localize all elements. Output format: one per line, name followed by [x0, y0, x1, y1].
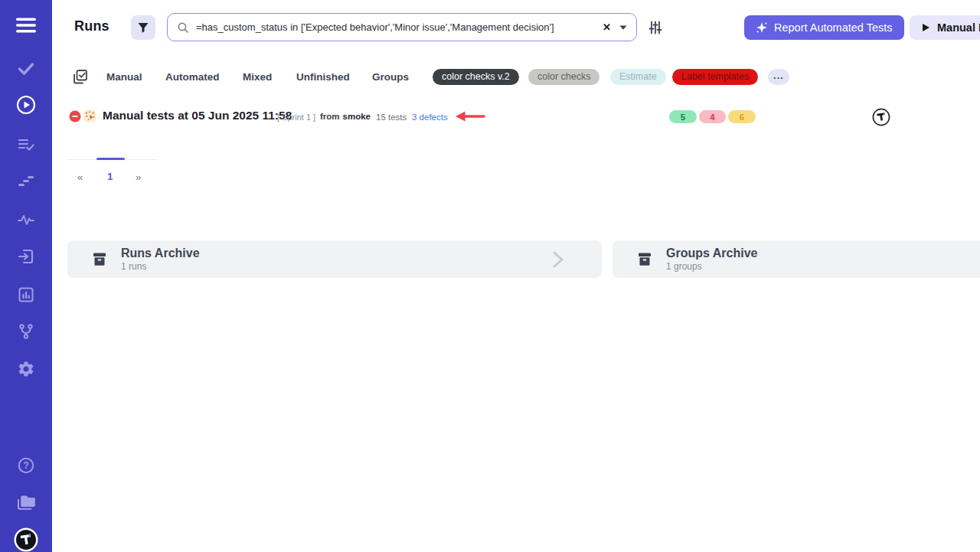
select-all-icon[interactable] [71, 68, 89, 86]
groups-archive-count: 1 groups [666, 261, 757, 272]
pagination-page-1[interactable]: 1 [107, 171, 113, 182]
tag-label-templates[interactable]: Label templates [672, 69, 758, 85]
run-from-label: from [320, 112, 340, 121]
tab-automated[interactable]: Automated [165, 71, 220, 83]
annotation-arrow-icon [454, 109, 486, 126]
run-tests-count: 15 tests [376, 113, 407, 122]
branch-icon[interactable] [0, 322, 52, 341]
report-button-label: Report Automated Tests [774, 21, 893, 34]
help-icon[interactable]: ? [0, 456, 52, 475]
stairs-icon[interactable] [0, 171, 52, 189]
sidebar: ? [0, 0, 52, 552]
groups-archive-title: Groups Archive [666, 247, 757, 260]
failed-count-badge: 4 [699, 110, 726, 123]
passed-count-badge: 5 [669, 110, 697, 123]
svg-text:?: ? [23, 460, 29, 471]
pagination-first-button[interactable]: « [77, 171, 83, 183]
page-title: Runs [74, 18, 109, 34]
pager-active-indicator [96, 158, 125, 160]
more-tags-button[interactable]: ... [768, 69, 789, 85]
tab-mixed[interactable]: Mixed [243, 71, 272, 83]
runs-archive-count: 1 runs [121, 261, 200, 272]
app-logo[interactable] [0, 528, 52, 552]
pagination-last-button[interactable]: » [136, 171, 141, 183]
groups-archive-card[interactable]: Groups Archive 1 groups [612, 240, 980, 278]
tag-color-checks-v2[interactable]: color checks v.2 [433, 69, 519, 85]
chevron-right-icon[interactable] [553, 251, 564, 271]
tag-estimate[interactable]: Estimate [610, 69, 666, 85]
archive-box-icon [635, 250, 654, 269]
play-circle-icon[interactable] [0, 95, 52, 115]
filter-funnel-icon [137, 21, 149, 34]
filter-button[interactable] [131, 15, 155, 40]
folders-icon[interactable] [0, 494, 52, 511]
activity-pulse-icon[interactable] [0, 211, 52, 230]
hamburger-menu-icon[interactable] [0, 18, 52, 33]
tab-groups[interactable]: Groups [372, 71, 409, 83]
tab-manual[interactable]: Manual [106, 71, 142, 83]
manual-run-button[interactable]: Manual R [910, 15, 980, 40]
search-input[interactable]: =has_custom_status in ['Expected behavio… [167, 13, 637, 41]
archive-box-icon [90, 250, 109, 269]
run-defects-link[interactable]: 3 defects [412, 113, 448, 122]
search-query-post: ','Minor issue','Management decision'] [388, 21, 554, 33]
clear-search-button[interactable]: ✕ [601, 21, 612, 33]
search-icon [177, 21, 189, 34]
sign-in-icon[interactable] [0, 247, 52, 266]
tag-color-checks[interactable]: color checks [528, 69, 599, 85]
search-query-misspelled: behavior [350, 21, 388, 33]
search-query-pre: =has_custom_status in ['Expected [196, 21, 350, 33]
search-query-text: =has_custom_status in ['Expected behavio… [196, 21, 594, 33]
gear-icon[interactable] [0, 360, 52, 378]
check-icon[interactable] [0, 59, 52, 77]
bar-chart-icon[interactable] [0, 286, 52, 304]
run-title-link[interactable]: Manual tests at 05 Jun 2025 11:58 [103, 109, 292, 122]
search-settings-icon[interactable] [645, 19, 665, 36]
run-emoji-icon [83, 109, 96, 126]
run-source: fromsmoke [320, 112, 371, 121]
app-window: ? Runs =has_custom_status in ['Expected … [0, 0, 980, 552]
list-check-icon[interactable] [0, 136, 52, 154]
sparkle-icon [756, 21, 768, 34]
run-from-plan: smoke [343, 112, 371, 121]
runs-archive-title: Runs Archive [121, 247, 200, 260]
play-icon [922, 23, 930, 32]
run-sprint-tag: [ Sprint 1 ] [277, 113, 315, 122]
run-avatar[interactable] [872, 108, 890, 129]
skipped-count-badge: 6 [728, 110, 756, 123]
report-automated-tests-button[interactable]: Report Automated Tests [744, 15, 904, 40]
manual-button-label: Manual R [937, 21, 980, 34]
runs-archive-card[interactable]: Runs Archive 1 runs [67, 240, 602, 278]
tab-unfinished[interactable]: Unfinished [296, 71, 350, 83]
search-dropdown-caret-icon[interactable] [619, 25, 627, 30]
blocked-status-icon [69, 110, 81, 126]
